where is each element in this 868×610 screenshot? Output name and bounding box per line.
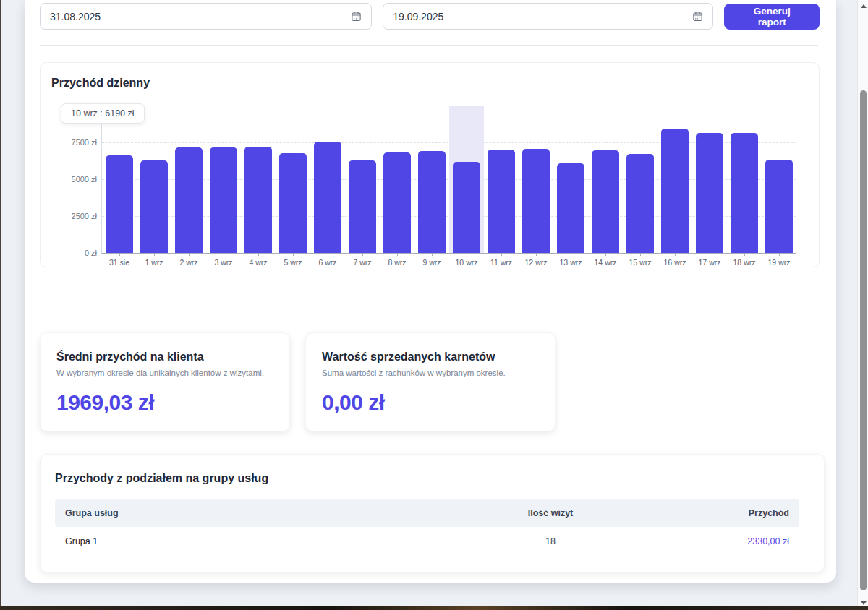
bar-slot: 4 wrz [241,106,276,253]
x-tick-label: 6 wrz [318,258,336,267]
col-header-revenue: Przychód [630,508,789,518]
x-tick-label: 12 wrz [525,258,548,267]
bar-slot: 12 wrz [519,106,553,253]
calendar-icon[interactable] [692,11,703,22]
x-tick-label: 7 wrz [353,258,371,267]
stat-title: Średni przychód na klienta [56,351,273,364]
x-tick [397,253,398,256]
col-header-group: Grupa usług [65,508,471,518]
x-tick-label: 11 wrz [490,258,512,267]
y-tick-label: 2500 zł [72,212,97,220]
y-tick-label: 5000 zł [72,175,97,184]
x-tick-label: 4 wrz [249,258,267,267]
chart-tooltip: 10 wrz : 6190 zł [61,103,145,124]
bar[interactable] [210,147,237,253]
date-to-input[interactable]: 19.09.2025 [383,3,713,30]
bar[interactable] [592,150,619,253]
y-tick-label: 7500 zł [72,138,97,147]
table-title: Przychody z podziałem na grupy usług [55,472,268,485]
bar[interactable] [557,163,584,253]
date-from-value: 31.08.2025 [50,11,101,22]
x-tick [258,253,259,256]
section-divider [40,45,818,46]
bar[interactable] [279,153,307,253]
x-tick-label: 1 wrz [145,258,163,267]
bar-slot: 3 wrz [206,106,241,253]
bar-slot: 19 wrz [762,106,796,253]
calendar-icon[interactable] [351,11,362,22]
x-tick-label: 31 sie [109,258,129,267]
x-tick-label: 2 wrz [179,258,197,267]
bar-slot: 17 wrz [692,106,727,253]
x-tick [467,253,467,256]
cell-revenue: 2330,00 zł [630,536,789,546]
bar[interactable] [453,162,480,253]
bar-slot: 31 sie [102,106,137,253]
bar[interactable] [488,150,515,253]
x-tick [744,253,745,256]
daily-revenue-card: Przychód dzienny 0 zł2500 zł5000 zł7500 … [40,62,820,267]
bar[interactable] [418,151,446,253]
bar[interactable] [106,155,133,253]
x-tick [779,253,780,256]
bar-slot: 1 wrz [137,106,171,253]
x-tick [501,253,502,256]
bar[interactable] [661,129,689,253]
bar[interactable] [383,152,411,253]
table-row[interactable]: Grupa 1 18 2330,00 zł [55,527,799,556]
bar[interactable] [349,160,376,253]
bar-slot: 5 wrz [276,106,310,253]
stat-subtitle: Suma wartości z rachunków w wybranym okr… [322,369,539,377]
stat-value: 0,00 zł [322,390,539,415]
chart-title: Przychód dzienny [51,77,150,90]
x-tick [362,253,363,256]
scrollbar-thumb[interactable] [860,90,867,590]
bar[interactable] [175,147,203,253]
bar-slot: 16 wrz [658,106,692,253]
window-left-edge [0,0,1,610]
vertical-scrollbar[interactable] [857,0,868,610]
table-header: Grupa usług Ilość wizyt Przychód [55,499,799,527]
x-tick [605,253,606,256]
bar[interactable] [140,160,168,253]
date-from-input[interactable]: 31.08.2025 [40,3,372,30]
stat-title: Wartość sprzedanych karnetów [322,351,539,364]
x-tick-label: 10 wrz [456,258,478,267]
bar-slot: 2 wrz [171,106,206,253]
scroll-up-icon[interactable] [858,0,868,12]
generate-report-button[interactable]: Generuj raport [724,4,820,30]
stat-cards-row: Średni przychód na klienta W wybranym ok… [40,332,556,431]
x-tick-label: 16 wrz [664,258,686,267]
bar-slot: 7 wrz [345,106,380,253]
chart-plot: 0 zł2500 zł5000 zł7500 zł31 sie1 wrz2 wr… [101,106,796,254]
revenue-by-service-group-card: Przychody z podziałem na grupy usług Gru… [40,454,825,572]
bar-slot: 13 wrz [553,106,588,253]
bar[interactable] [731,133,758,253]
bar[interactable] [522,149,550,253]
x-tick-label: 19 wrz [768,258,791,267]
x-tick [536,253,537,256]
bar-slot: 14 wrz [588,106,623,253]
bar-slot: 15 wrz [623,106,658,253]
x-tick-label: 9 wrz [422,258,441,267]
x-tick [154,253,155,256]
passes-sold-value-card: Wartość sprzedanych karnetów Suma wartoś… [305,332,556,431]
bar-slot: 18 wrz [727,106,762,253]
stat-subtitle: W wybranym okresie dla unikalnych klient… [56,369,273,377]
bar[interactable] [244,147,272,253]
bar-slot: 8 wrz [380,106,414,253]
x-tick-label: 17 wrz [699,258,721,267]
x-tick [189,253,190,256]
bar[interactable] [626,154,654,253]
x-tick [224,253,224,256]
bar[interactable] [765,160,793,253]
x-tick [640,253,641,256]
col-header-visits: Ilość wizyt [471,508,630,518]
date-to-value: 19.09.2025 [393,11,443,22]
x-tick [432,253,433,256]
bar-slot: 9 wrz [414,106,449,253]
stat-value: 1969,03 zł [56,390,273,415]
bar[interactable] [314,142,341,253]
bar[interactable] [696,133,723,253]
x-tick-label: 13 wrz [560,258,582,267]
